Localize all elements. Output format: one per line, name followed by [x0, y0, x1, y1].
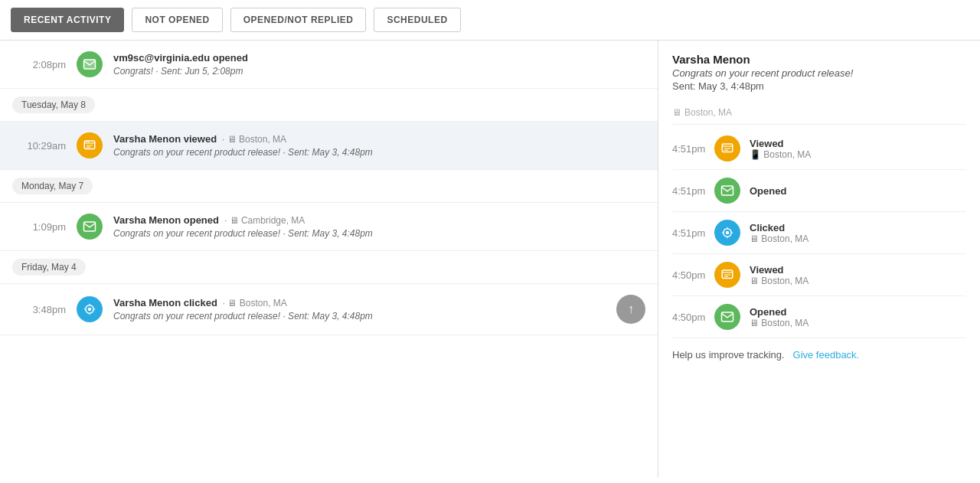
tab-opened-not-replied[interactable]: OPENED/NOT REPLIED [230, 8, 367, 32]
activity-time: 2:08pm [12, 59, 66, 70]
svg-rect-12 [722, 270, 733, 279]
event-time: 4:50pm [672, 312, 714, 323]
tab-scheduled[interactable]: SCHEDULED [374, 8, 460, 32]
left-panel: 2:08pm vm9sc@virginia.edu opened Congrat… [0, 41, 658, 478]
detail-contact-name: Varsha Menon [672, 53, 966, 66]
activity-subtitle: Congrats on your recent product release!… [113, 147, 645, 158]
feedback-bar: Help us improve tracking. Give feedback. [672, 349, 966, 361]
activity-subtitle: Congrats on your recent product release!… [113, 311, 610, 321]
scroll-up-button[interactable]: ↑ [616, 295, 645, 324]
detail-top-location: Boston, MA [684, 107, 732, 118]
event-content: Viewed 🖥 Boston, MA [750, 264, 966, 286]
activity-content: Varsha Menon clicked · 🖥 Boston, MA Cong… [113, 297, 610, 321]
activity-location: · 🖥 Cambridge, MA [222, 215, 305, 226]
feedback-link[interactable]: Give feedback. [793, 349, 860, 361]
date-separator: Friday, May 4 [0, 251, 658, 284]
activity-time: 1:09pm [12, 221, 66, 233]
date-label: Monday, May 7 [12, 178, 93, 194]
activity-row[interactable]: 10:29am Varsha Menon viewed · 🖥 Boston, … [0, 122, 658, 170]
activity-location: · 🖥 Boston, MA [220, 298, 286, 308]
activity-content: Varsha Menon opened · 🖥 Cambridge, MA Co… [113, 214, 645, 239]
activity-time: 10:29am [12, 140, 66, 152]
detail-event: 4:50pm Opened 🖥 Boston, MA [672, 296, 966, 338]
event-time: 4:51pm [672, 143, 714, 155]
detail-sent: Sent: May 3, 4:48pm [672, 80, 966, 92]
monitor-icon: 🖥 [750, 233, 759, 244]
main-layout: 2:08pm vm9sc@virginia.edu opened Congrat… [0, 41, 980, 478]
event-content: Viewed 📱 Boston, MA [750, 138, 966, 160]
activity-title: Varsha Menon clicked · 🖥 Boston, MA [113, 297, 610, 308]
event-content: Opened 🖥 Boston, MA [750, 306, 966, 328]
event-time: 4:51pm [672, 185, 714, 197]
detail-event: 4:50pm Viewed 🖥 Boston, MA [672, 254, 966, 296]
monitor-icon-top: 🖥 [672, 107, 681, 118]
activity-row[interactable]: 3:48pm Varsha Menon clicked · 🖥 Boston, … [0, 284, 658, 335]
mobile-icon: 📱 [750, 149, 761, 160]
event-sub: 📱 Boston, MA [750, 149, 966, 160]
activity-title: Varsha Menon opened · 🖥 Cambridge, MA [113, 214, 645, 226]
activity-time: 3:48pm [12, 304, 66, 315]
event-label: Opened [750, 185, 966, 197]
envelope-icon [77, 51, 103, 77]
event-time: 4:50pm [672, 269, 714, 281]
event-sub: 🖥 Boston, MA [750, 318, 966, 328]
detail-events: 4:51pm Viewed 📱 Boston, MA [672, 128, 966, 338]
event-label: Viewed [750, 264, 966, 276]
activity-title: Varsha Menon viewed · 🖥 Boston, MA [113, 133, 645, 145]
svg-point-3 [87, 142, 88, 143]
detail-event: 4:51pm Clicked 🖥 Boston, MA [672, 212, 966, 254]
monitor-icon: 🖥 [750, 318, 759, 328]
tabs-bar: RECENT ACTIVITY NOT OPENED OPENED/NOT RE… [0, 0, 980, 41]
right-panel: Varsha Menon Congrats on your recent pro… [658, 41, 980, 478]
detail-event: 4:51pm Opened [672, 170, 966, 212]
view-icon [714, 262, 740, 288]
event-label: Opened [750, 306, 966, 318]
click-icon [714, 220, 740, 246]
date-separator: Monday, May 7 [0, 170, 658, 203]
activity-row[interactable]: 2:08pm vm9sc@virginia.edu opened Congrat… [0, 41, 658, 89]
activity-location: · 🖥 Boston, MA [220, 134, 286, 145]
svg-point-7 [88, 308, 92, 312]
date-label: Tuesday, May 8 [12, 96, 95, 113]
activity-row[interactable]: 1:09pm Varsha Menon opened · 🖥 Cambridge… [0, 203, 658, 251]
view-icon [77, 132, 103, 158]
view-icon [714, 135, 740, 162]
event-content: Opened [750, 185, 966, 197]
activity-title: vm9sc@virginia.edu opened [113, 52, 645, 64]
svg-rect-2 [84, 141, 95, 149]
detail-subject: Congrats on your recent product release! [672, 67, 966, 79]
feedback-text: Help us improve tracking. [672, 349, 785, 361]
event-label: Viewed [750, 138, 966, 149]
activity-content: Varsha Menon viewed · 🖥 Boston, MA Congr… [113, 133, 645, 158]
event-content: Clicked 🖥 Boston, MA [750, 222, 966, 244]
event-sub: 🖥 Boston, MA [750, 276, 966, 286]
click-icon [77, 296, 103, 322]
envelope-icon [714, 178, 740, 204]
envelope-icon [77, 214, 103, 240]
event-sub: 🖥 Boston, MA [750, 233, 966, 244]
activity-content: vm9sc@virginia.edu opened Congrats! · Se… [113, 52, 645, 77]
activity-subtitle: Congrats! · Sent: Jun 5, 2:08pm [113, 66, 645, 77]
date-separator: Tuesday, May 8 [0, 89, 658, 122]
event-time: 4:51pm [672, 227, 714, 239]
date-label: Friday, May 4 [12, 259, 86, 276]
svg-point-11 [726, 231, 730, 235]
detail-event: 4:51pm Viewed 📱 Boston, MA [672, 128, 966, 170]
svg-point-4 [88, 142, 90, 143]
tab-recent-activity[interactable]: RECENT ACTIVITY [11, 8, 124, 32]
activity-subtitle: Congrats on your recent product release!… [113, 228, 645, 239]
envelope-icon [714, 304, 740, 330]
monitor-icon: 🖥 [750, 276, 759, 286]
tab-not-opened[interactable]: NOT OPENED [132, 8, 222, 32]
svg-rect-8 [722, 144, 733, 152]
event-label: Clicked [750, 222, 966, 233]
